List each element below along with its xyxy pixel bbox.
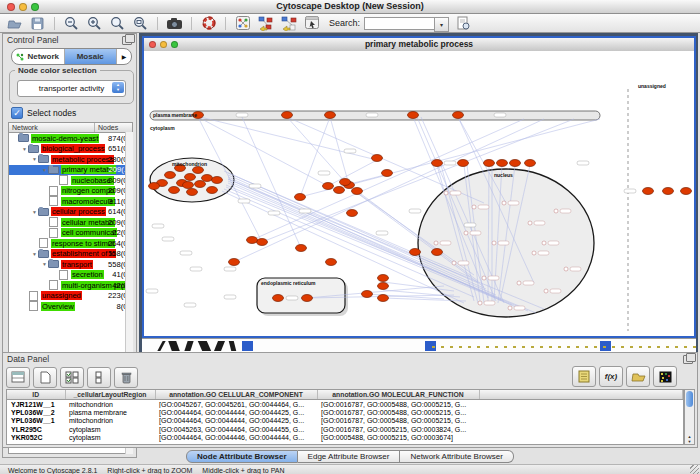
disclosure-triangle-icon[interactable]: ▼ bbox=[31, 251, 38, 257]
table-cell[interactable]: [GO:0016787, GO:0005488, GO:0005215, G..… bbox=[317, 417, 479, 425]
table-column-header[interactable]: annotation.GO MOLECULAR_FUNCTION bbox=[317, 390, 479, 400]
graph-node[interactable] bbox=[432, 249, 443, 256]
graph-node[interactable] bbox=[295, 194, 306, 201]
notes-button[interactable] bbox=[572, 366, 596, 387]
scrollbar-arrows[interactable]: ▲▼ bbox=[685, 434, 694, 444]
tree-row[interactable]: Overview8(0) bbox=[9, 301, 132, 312]
table-row[interactable]: YLR295Ccytoplasm[GO:0045263, GO:0044464,… bbox=[7, 425, 683, 433]
table-cell[interactable]: YKR052C bbox=[7, 434, 65, 442]
table-cell[interactable]: [GO:0044464, GO:0044444, GO:0044425, G..… bbox=[155, 417, 317, 425]
graph-node[interactable] bbox=[497, 160, 508, 167]
table-cell[interactable]: [GO:0016787, GO:0005215, GO:0003824, G..… bbox=[317, 425, 479, 433]
table-cell[interactable] bbox=[479, 442, 683, 445]
network-view-window[interactable]: primary metabolic process plasma membran… bbox=[142, 36, 696, 338]
table-cell[interactable]: plasma membrane bbox=[65, 408, 155, 416]
manage-networks-button[interactable] bbox=[300, 15, 323, 32]
table-row[interactable]: YJR121W__1mitochondrion[GO:0045267, GO:0… bbox=[7, 400, 683, 409]
tree-row[interactable]: ▼transport558(0) bbox=[9, 259, 132, 270]
disclosure-triangle-icon[interactable]: ▼ bbox=[41, 167, 48, 173]
graph-node[interactable] bbox=[352, 188, 363, 195]
table-cell[interactable]: cytoplasm bbox=[65, 434, 155, 442]
zoom-view-button[interactable] bbox=[171, 41, 178, 48]
search-input[interactable] bbox=[364, 17, 434, 30]
float-panel-icon[interactable] bbox=[122, 36, 132, 45]
graph-node[interactable] bbox=[185, 174, 196, 181]
graph-node[interactable] bbox=[212, 177, 223, 184]
tree-row[interactable]: nucleobase-209(0) bbox=[9, 175, 132, 186]
app-titlebar[interactable]: Cytoscape Desktop (New Session) bbox=[0, 0, 700, 14]
apply-layout-a-button[interactable] bbox=[254, 15, 277, 32]
tree-col-nodes[interactable]: Nodes bbox=[94, 123, 132, 132]
table-cell[interactable]: [GO:0044464, GO:0044444, GO:0044425, G..… bbox=[155, 442, 317, 445]
table-cell[interactable] bbox=[479, 434, 683, 442]
help-button[interactable] bbox=[197, 15, 220, 32]
graph-node[interactable] bbox=[195, 181, 206, 188]
formula-button[interactable]: f(x) bbox=[599, 366, 623, 387]
table-column-header[interactable]: ID bbox=[7, 390, 65, 400]
tab-node-attribute-browser[interactable]: Node Attribute Browser bbox=[186, 450, 298, 463]
graph-node[interactable] bbox=[323, 183, 334, 190]
table-row[interactable]: YKR052Ccytoplasm[GO:0044464, GO:0044446,… bbox=[7, 434, 683, 442]
resize-grip[interactable] bbox=[690, 465, 699, 474]
table-cell[interactable]: [GO:0044464, GO:0044446, GO:0044444, G..… bbox=[155, 434, 317, 442]
table-cell[interactable]: cytoplasm bbox=[65, 425, 155, 433]
graph-node[interactable] bbox=[340, 179, 351, 186]
table-cell[interactable]: mitochondrion bbox=[65, 400, 155, 409]
graph-node[interactable] bbox=[296, 245, 307, 252]
table-cell[interactable] bbox=[479, 425, 683, 433]
tab-mosaic[interactable]: Mosaic bbox=[65, 49, 118, 64]
tree-row[interactable]: ▼primary metabo209(... bbox=[9, 165, 132, 176]
minimize-window-button[interactable] bbox=[19, 3, 27, 11]
zoom-selected-button[interactable] bbox=[106, 15, 129, 32]
table-cell[interactable]: YJR121W__1 bbox=[7, 400, 65, 409]
graph-node[interactable] bbox=[202, 175, 213, 182]
graph-node[interactable] bbox=[432, 160, 443, 167]
graph-node[interactable] bbox=[187, 189, 198, 196]
float-panel-icon[interactable] bbox=[683, 355, 693, 364]
table-cell[interactable]: [GO:0016787, GO:0005488, GO:0005215, G..… bbox=[317, 408, 479, 416]
graph-node[interactable] bbox=[326, 259, 337, 266]
tree-col-network[interactable]: Network bbox=[9, 123, 94, 132]
import-attributes-button[interactable] bbox=[626, 366, 650, 387]
window-controls[interactable] bbox=[7, 3, 39, 11]
graph-node[interactable] bbox=[663, 188, 674, 195]
zoom-fit-button[interactable] bbox=[129, 15, 152, 32]
graph-node[interactable] bbox=[193, 167, 204, 174]
graph-node[interactable] bbox=[378, 283, 389, 290]
table-row[interactable]: YDR039C__1mitochondrion[GO:0044464, GO:0… bbox=[7, 442, 683, 445]
tab-network-attribute-browser[interactable]: Network Attribute Browser bbox=[400, 450, 513, 463]
matrix-view-button[interactable] bbox=[653, 366, 677, 387]
network-window-titlebar[interactable]: primary metabolic process bbox=[144, 38, 694, 52]
graph-node[interactable] bbox=[207, 187, 218, 194]
table-scrollbar[interactable]: ▲▼ bbox=[684, 389, 695, 445]
tab-overflow-button[interactable]: ▶ bbox=[117, 49, 131, 64]
search-options-button[interactable] bbox=[452, 15, 475, 32]
tree-row[interactable]: macromolecule311(0) bbox=[9, 196, 132, 207]
tree-row[interactable]: ▼cellular process614(0) bbox=[9, 207, 132, 218]
graph-node[interactable] bbox=[382, 170, 393, 177]
table-cell[interactable] bbox=[479, 417, 683, 425]
graph-node[interactable] bbox=[165, 172, 176, 179]
network-overview-button[interactable] bbox=[231, 15, 254, 32]
table-column-header[interactable]: _cellularLayoutRegion bbox=[65, 390, 155, 400]
tab-network[interactable]: Network bbox=[12, 49, 65, 64]
tree-row[interactable]: ▼metabolic process280(0) bbox=[9, 154, 132, 165]
table-cell[interactable]: [GO:0045267, GO:0045261, GO:0044464, G..… bbox=[155, 400, 317, 409]
table-cell[interactable]: mitochondrion bbox=[65, 442, 155, 445]
table-cell[interactable] bbox=[479, 400, 683, 409]
graph-node[interactable] bbox=[408, 112, 419, 119]
disclosure-triangle-icon[interactable]: ▼ bbox=[31, 209, 38, 215]
table-cell[interactable]: YDR039C__1 bbox=[7, 442, 65, 445]
table-cell[interactable]: [GO:0005488, GO:0005215, GO:0003674] bbox=[317, 434, 479, 442]
search-dropdown-button[interactable]: ▾ bbox=[434, 17, 449, 32]
graph-node[interactable] bbox=[372, 155, 383, 162]
disclosure-triangle-icon[interactable]: ▼ bbox=[21, 146, 28, 152]
table-cell[interactable]: [GO:0044464, GO:0044444, GO:0044425, G..… bbox=[155, 408, 317, 416]
zoom-in-button[interactable] bbox=[83, 15, 106, 32]
tree-row[interactable]: ▼biological_process651(0) bbox=[9, 144, 132, 155]
tab-edge-attribute-browser[interactable]: Edge Attribute Browser bbox=[298, 450, 401, 463]
graph-node[interactable] bbox=[525, 160, 536, 167]
node-color-dropdown[interactable]: transporter activity ▲▼ bbox=[17, 80, 126, 97]
scrollbar-thumb[interactable] bbox=[686, 391, 693, 407]
delete-attribute-button[interactable] bbox=[114, 367, 138, 388]
